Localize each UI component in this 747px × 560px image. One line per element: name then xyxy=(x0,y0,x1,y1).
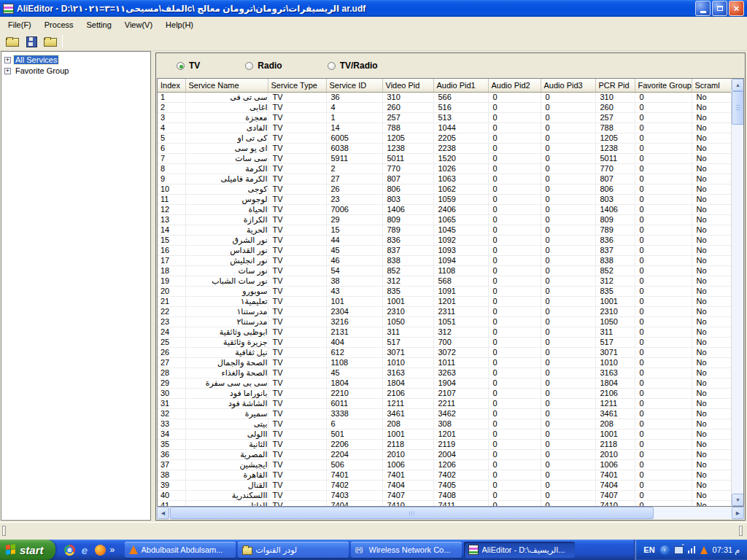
column-header-service-type[interactable]: Service Type xyxy=(268,79,326,92)
column-header-audio-pid3[interactable]: Audio Pid3 xyxy=(541,79,595,92)
taskbar-task-4[interactable]: AliEditor - D:\الريسيف... xyxy=(464,542,575,558)
table-row[interactable]: 12الحياةTV7006140624060014060No xyxy=(158,204,731,214)
cell-service-id: 45 xyxy=(326,368,382,378)
table-row[interactable]: 2اغابىTV4260516002600No xyxy=(158,102,731,112)
table-row[interactable]: 37ايجبشينTV506100612060010060No xyxy=(158,459,731,470)
menu-item-file-f[interactable]: File(F) xyxy=(1,18,38,31)
cell-audio-pid1: 2119 xyxy=(433,439,488,449)
minimize-button[interactable] xyxy=(695,1,711,16)
column-header-service-id[interactable]: Service ID xyxy=(326,79,382,92)
table-row[interactable]: 32سميرةTV3338346134620034610No xyxy=(158,408,731,419)
column-header-audio-pid2[interactable]: Audio Pid2 xyxy=(488,79,541,92)
table-row[interactable]: 25جزيرة وثائقيةTV404517700005170No xyxy=(158,337,731,347)
signal-icon[interactable] xyxy=(688,546,696,553)
horizontal-scroll-thumb[interactable] xyxy=(170,507,654,519)
scroll-up-button[interactable]: ▲ xyxy=(732,79,744,91)
table-row[interactable]: 1سى تى فىTV36310566003100No xyxy=(158,92,731,102)
table-row[interactable]: 22مدرستنا١TV2304231023110023100No xyxy=(158,306,731,316)
chrome-icon[interactable] xyxy=(64,545,75,556)
table-row[interactable]: 23مدرستنا٢TV3216105010510010500No xyxy=(158,316,731,327)
expand-plus-icon[interactable]: + xyxy=(4,57,11,63)
table-row[interactable]: 20سوبوروTV438351091008350No xyxy=(158,286,731,296)
table-row[interactable]: 17نور انجليشTV468381094008380No xyxy=(158,255,731,265)
column-header-favorite-group[interactable]: Favorite Group xyxy=(635,79,692,92)
table-row[interactable]: 34االولىTV501100112010010010No xyxy=(158,429,731,439)
table-row[interactable]: 29سى بى سى سفرةTV1804180419040018040No xyxy=(158,378,731,388)
menu-item-process[interactable]: Process xyxy=(38,18,80,31)
firefox-icon[interactable] xyxy=(95,545,106,556)
table-row[interactable]: 3معجزةTV1257513002570No xyxy=(158,112,731,122)
column-header-scraml[interactable]: Scraml xyxy=(692,79,731,92)
table-row[interactable]: 21تعليمية١TV101100112010010010No xyxy=(158,296,731,306)
table-row[interactable]: 40االسكندريةTV7403740774080074070No xyxy=(158,490,731,500)
scroll-down-button[interactable]: ▼ xyxy=(732,494,744,506)
radio-tv-radio[interactable]: TV/Radio xyxy=(328,61,378,71)
table-row[interactable]: 33بيتىTV6208308002080No xyxy=(158,419,731,429)
table-row[interactable]: 9الكرمة فاميلىTV278071063008070No xyxy=(158,174,731,184)
table-row[interactable]: 36المصريةTV2204201020040020100No xyxy=(158,449,731,459)
table-row[interactable]: 11لوجوسTV238031059008030No xyxy=(158,194,731,204)
radio-tv[interactable]: TV xyxy=(177,61,200,71)
language-indicator[interactable]: EN xyxy=(643,545,654,554)
column-header-audio-pid1[interactable]: Audio Pid1 xyxy=(433,79,488,92)
table-row[interactable]: 15نور الشرقTV448361092008360No xyxy=(158,235,731,245)
table-row[interactable]: 6اى يو سىTV6038123822380012380No xyxy=(158,143,731,153)
network-status-icon[interactable] xyxy=(674,546,684,554)
table-row[interactable]: 5كى تى اوTV6005120522050012050No xyxy=(158,133,731,143)
menu-item-view-v[interactable]: View(V) xyxy=(118,18,159,31)
vertical-scrollbar[interactable]: ▲ ▼ xyxy=(731,79,743,506)
table-row[interactable]: 38القاهرةTV7401740174020074010No xyxy=(158,470,731,480)
restore-button[interactable] xyxy=(712,1,727,16)
table-row[interactable]: 39القنالTV7402740474050074040No xyxy=(158,480,731,490)
table-row[interactable]: 18نور ساتTV548521108008520No xyxy=(158,265,731,276)
column-header-index[interactable]: Index xyxy=(158,79,185,92)
vlc-tray-icon[interactable] xyxy=(700,546,708,554)
table-row[interactable]: 30بانوراما فودTV2210210621070021060No xyxy=(158,388,731,398)
cell-audio-pid2: 0 xyxy=(488,255,541,265)
app-icon[interactable] xyxy=(3,4,14,14)
table-row[interactable]: 16نور القداسTV458371093008370No xyxy=(158,245,731,255)
hide-icons-icon[interactable] xyxy=(660,545,670,555)
table-row[interactable]: 26نيل ثقافيةTV612307130720030710No xyxy=(158,347,731,357)
overflow-chevron-icon[interactable]: » xyxy=(110,545,117,556)
table-row[interactable]: 7سى ساتTV5911501115200050110No xyxy=(158,153,731,163)
sidebar-item-favorite-group[interactable]: +Favorite Group xyxy=(3,66,149,76)
table-row[interactable]: 19نور سات الشبابTV38312568003120No xyxy=(158,276,731,286)
cell-index: 19 xyxy=(158,276,185,286)
table-row[interactable]: 28الصحة والغذاءTV45316332630031630No xyxy=(158,368,731,378)
table-row[interactable]: 13الكرازةTV298091065008090No xyxy=(158,214,731,225)
save-file-button[interactable] xyxy=(22,34,40,50)
cell-audio-pid1: 1091 xyxy=(433,286,488,296)
start-button[interactable]: start xyxy=(0,540,55,560)
taskbar-task-1[interactable]: Abdulbasit Abdulsam... xyxy=(125,542,236,558)
horizontal-scroll-track[interactable] xyxy=(169,507,732,519)
table-row[interactable]: 35الثانيةTV2206211821190021180No xyxy=(158,439,731,449)
table-row[interactable]: 41الدلتاTV7404741074110074100No xyxy=(158,500,731,506)
taskbar-task-2[interactable]: لودر القنوات xyxy=(238,542,349,558)
vertical-scroll-track[interactable] xyxy=(732,91,743,494)
table-row[interactable]: 10كوجىTV268061062008060No xyxy=(158,184,731,194)
radio-radio[interactable]: Radio xyxy=(245,61,282,71)
open-file-button[interactable] xyxy=(3,34,21,50)
menu-item-setting[interactable]: Setting xyxy=(80,18,118,31)
scroll-left-button[interactable]: ◀ xyxy=(157,507,169,519)
column-header-video-pid[interactable]: Video Pid xyxy=(382,79,433,92)
horizontal-scrollbar[interactable]: ◀ ▶ xyxy=(157,507,744,519)
menu-item-help-h[interactable]: Help(H) xyxy=(159,18,200,31)
vertical-scroll-thumb[interactable] xyxy=(732,91,744,125)
column-header-pcr-pid[interactable]: PCR Pid xyxy=(595,79,635,92)
open-folder-button[interactable] xyxy=(41,34,59,50)
close-button[interactable]: × xyxy=(729,1,744,16)
ie-icon[interactable]: e xyxy=(80,545,90,556)
table-row[interactable]: 4الفادىTV147881044007880No xyxy=(158,122,731,133)
expand-plus-icon[interactable]: + xyxy=(4,68,11,74)
table-row[interactable]: 8الكرمةTV27701026007700No xyxy=(158,163,731,174)
scroll-right-button[interactable]: ▶ xyxy=(732,507,744,519)
table-row[interactable]: 24ابوظبى وثائقيةTV2131311312003110No xyxy=(158,327,731,337)
table-row[interactable]: 31الشاشة فودTV6011121122110012110No xyxy=(158,398,731,408)
taskbar-task-3[interactable]: ((•))Wireless Network Co... xyxy=(351,542,462,558)
sidebar-item-all-services[interactable]: +All Services xyxy=(3,55,149,65)
table-row[interactable]: 14الحريةTV157891045007890No xyxy=(158,225,731,235)
table-row[interactable]: 27الصحة والجمالTV1108101010110010100No xyxy=(158,357,731,368)
column-header-service-name[interactable]: Service Name xyxy=(185,79,268,92)
